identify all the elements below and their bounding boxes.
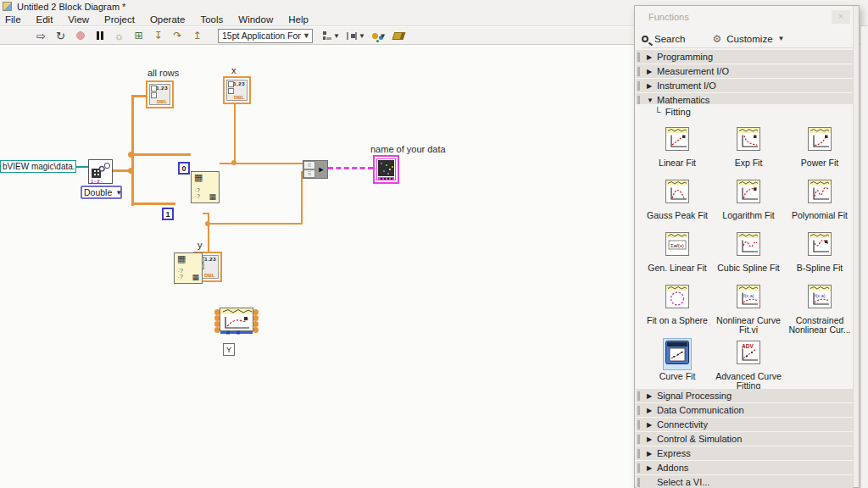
palette-category-measurement-i-o[interactable]: ▶Measurement I/O [636, 64, 853, 79]
wire-y-branch[interactable] [208, 213, 209, 253]
expander-closed-icon[interactable]: ▶ [647, 407, 657, 414]
run-continuously-button[interactable]: ↻ [53, 29, 68, 43]
resize-objects-dropdown[interactable]: ▼ [370, 29, 388, 43]
customize-button[interactable]: Customize [726, 34, 772, 44]
index-array-node-2[interactable]: ▦ ∙?∙? ▦ [174, 252, 203, 284]
menu-view[interactable]: View [60, 13, 97, 26]
step-into-button[interactable]: ↧ [151, 29, 165, 43]
palette-item-gauss-peak-fit[interactable]: Gauss Peak Fit [642, 177, 713, 220]
wire-to-index-array-2[interactable] [134, 202, 175, 205]
palette-category-select-a-vi[interactable]: Select a VI... [636, 475, 853, 488]
window-scrollbar[interactable] [860, 26, 868, 488]
palette-item-label: Fit on a Sphere [642, 316, 713, 325]
menu-project[interactable]: Project [97, 13, 142, 26]
palette-category-signal-processing[interactable]: ▶Signal Processing [636, 389, 853, 403]
palette-item-logarithm-fit[interactable]: Logarithm Fit [713, 177, 784, 220]
array-value-text: 1.23 [204, 257, 216, 262]
all-rows-indicator[interactable]: 1.23 DBL [146, 80, 174, 108]
pause-button[interactable] [92, 29, 107, 43]
palette-item-nonlinear-curve-fit-vi[interactable]: f(x,a)Nonlinear Curve Fit.vi [713, 282, 784, 335]
palette-category-data-communication[interactable]: ▶Data Communication [636, 403, 853, 418]
palette-category-programming[interactable]: ▶Programming [636, 50, 853, 64]
y-label[interactable]: y [198, 240, 203, 250]
close-icon[interactable]: × [832, 10, 850, 24]
palette-item-constrained-nonlinear-cur[interactable]: f(x,a)Constrained Nonlinear Cur... [784, 282, 855, 335]
expander-closed-icon[interactable]: ▶ [647, 421, 657, 429]
search-button[interactable]: Search [654, 34, 685, 44]
wire-cluster[interactable] [328, 167, 373, 169]
menu-window[interactable]: Window [231, 13, 281, 26]
wire-y-to-bundle[interactable] [208, 223, 303, 225]
palette-item-exp-fit[interactable]: Exp Fit [713, 125, 784, 168]
palette-subcategory-fitting[interactable]: └ Fitting [636, 104, 853, 119]
expander-closed-icon[interactable]: ▶ [647, 82, 657, 90]
expander-open-icon[interactable]: ▼ [647, 97, 657, 104]
all-rows-label[interactable]: all rows [147, 68, 179, 78]
read-spreadsheet-vi[interactable]: 1·2· [88, 159, 113, 184]
palette-category-control-simulation[interactable]: ▶Control & Simulation [636, 432, 853, 446]
functions-palette-window[interactable]: Functions × Search ⚙ Customize ▼ ▶Progra… [634, 5, 860, 488]
index-constant-1[interactable]: 1 [162, 208, 174, 220]
align-objects-dropdown[interactable]: ▼ [321, 29, 342, 43]
expander-closed-icon[interactable]: ▶ [647, 392, 657, 400]
fit-y-terminal[interactable]: Y [223, 343, 235, 356]
palette-item-polynomial-fit[interactable]: Polynomial Fit [784, 177, 855, 220]
xy-graph-label[interactable]: name of your data [370, 144, 446, 154]
xy-graph-terminal[interactable] [373, 155, 399, 184]
palette-item-label: Logarithm Fit [713, 211, 784, 220]
bundle-node[interactable]: ⠿⠿ ► [303, 160, 328, 179]
palette-item-fit-on-a-sphere[interactable]: Fit on a Sphere [642, 282, 713, 325]
wire-y-up[interactable] [301, 171, 303, 225]
file-path-constant[interactable]: bVIEW magic\data.txt [0, 160, 76, 173]
index-array-node-1[interactable]: ▦ ∙?∙? ▦ [191, 171, 220, 203]
window-title: Untitled 2 Block Diagram * [17, 2, 125, 12]
palette-category-instrument-i-o[interactable]: ▶Instrument I/O [636, 79, 853, 93]
wire-path[interactable] [75, 166, 89, 168]
polymorphic-selector[interactable]: Double ▼ [81, 186, 122, 199]
wire-x-branch[interactable] [234, 104, 236, 164]
highlight-execution-button[interactable]: ☼ [112, 29, 126, 43]
retain-wire-values-button[interactable]: ⊞ [131, 29, 146, 43]
menu-file[interactable]: File [0, 13, 29, 26]
palette-item-curve-fit[interactable]: Curve Fit [642, 338, 713, 381]
palette-item-linear-fit[interactable]: Linear Fit [642, 125, 713, 168]
x-label[interactable]: x [231, 65, 236, 75]
x-indicator[interactable]: 1.23 DBL [223, 76, 251, 104]
run-button[interactable]: ⇨ [34, 29, 48, 43]
palette-item-label: Gauss Peak Fit [642, 211, 713, 220]
distribute-objects-dropdown[interactable]: ▼ [345, 29, 367, 43]
menu-edit[interactable]: Edit [29, 13, 61, 26]
abort-button[interactable] [73, 29, 87, 43]
clean-up-diagram-button[interactable] [393, 29, 408, 43]
palette-item-advanced-curve-fitting[interactable]: ADVAdvanced Curve Fitting [713, 338, 784, 391]
palette-category-addons[interactable]: ▶Addons [636, 461, 853, 475]
menu-tools[interactable]: Tools [192, 13, 231, 26]
step-out-button[interactable]: ↥ [190, 29, 204, 43]
menu-help[interactable]: Help [281, 13, 316, 26]
palette-item-label: Exp Fit [713, 158, 784, 168]
font-selector[interactable]: 15pt Application Font ▼ [218, 29, 313, 43]
palette-category-express[interactable]: ▶Express [636, 446, 853, 461]
curve-fit-node[interactable] [216, 308, 257, 335]
wire-to-all-rows[interactable] [131, 95, 147, 97]
array-type-text: DBL [204, 273, 214, 278]
expander-closed-icon[interactable]: ▶ [647, 450, 657, 458]
expander-closed-icon[interactable]: ▶ [647, 53, 657, 61]
palette-item-b-spline-fit[interactable]: B-Spline Fit [784, 230, 855, 273]
wire-to-index-array-1[interactable] [134, 153, 191, 156]
index-constant-0[interactable]: 0 [178, 162, 190, 175]
run-arrow-icon: ⇨ [36, 30, 46, 42]
menu-operate[interactable]: Operate [142, 13, 193, 26]
expander-closed-icon[interactable]: ▶ [647, 464, 657, 472]
step-over-button[interactable]: ↷ [170, 29, 185, 43]
wire-2d-array-vertical[interactable] [131, 95, 134, 206]
expander-closed-icon[interactable]: ▶ [647, 68, 657, 75]
palette-item-gen-linear-fit[interactable]: Σaf(x)Gen. Linear Fit [642, 230, 713, 273]
search-icon [642, 36, 648, 42]
expander-closed-icon[interactable]: ▶ [647, 435, 657, 443]
palette-item-power-fit[interactable]: Power Fit [784, 125, 855, 168]
palette-categories-top: ▶Programming▶Measurement I/O▶Instrument … [636, 50, 853, 108]
palette-scrollbar[interactable] [853, 6, 859, 487]
palette-item-cubic-spline-fit[interactable]: Cubic Spline Fit [713, 230, 784, 273]
palette-category-connectivity[interactable]: ▶Connectivity [636, 418, 853, 432]
